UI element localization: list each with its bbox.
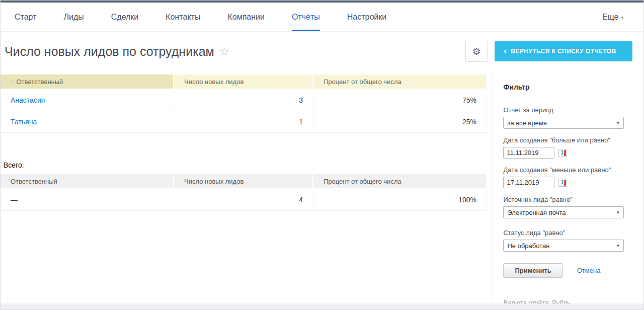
tab-companies[interactable]: Компании bbox=[227, 3, 265, 31]
date-to-row: 1 bbox=[503, 177, 632, 188]
column-header-label: Ответственный bbox=[17, 78, 63, 86]
table-row: — 4 100% bbox=[1, 189, 487, 211]
back-button-label: ВЕРНУТЬСЯ К СПИСКУ ОТЧЕТОВ bbox=[511, 48, 616, 55]
body-split: ↑Ответственный Число новых лидов Процент… bbox=[1, 71, 643, 304]
period-select[interactable]: за все время ▼ bbox=[503, 117, 624, 129]
filter-actions: Применить Отмена bbox=[503, 263, 632, 278]
calendar-icon-day: 1 bbox=[560, 180, 564, 185]
lead-source-label: Источник лида "равно" bbox=[503, 196, 632, 203]
calendar-icon-stripe bbox=[564, 180, 566, 186]
lead-status-label: Статус лида "равно" bbox=[503, 229, 632, 237]
percent-cell: 25% bbox=[313, 111, 487, 133]
total-table: Ответственный Число новых лидов Процент … bbox=[1, 174, 487, 211]
calendar-icon-day: 1 bbox=[560, 150, 564, 156]
responsible-link[interactable]: Татьяна bbox=[11, 118, 37, 126]
lead-source-select-value: Электронная почта bbox=[507, 209, 566, 216]
column-header-responsible[interactable]: ↑Ответственный bbox=[1, 74, 174, 90]
bottom-strip bbox=[1, 303, 643, 309]
percent-cell: 75% bbox=[313, 90, 487, 111]
select-arrow-icon: ▼ bbox=[616, 244, 620, 248]
tab-reports[interactable]: Отчёты bbox=[292, 3, 320, 31]
cancel-link[interactable]: Отмена bbox=[577, 267, 601, 274]
tab-start[interactable]: Старт bbox=[15, 3, 36, 31]
column-header-percent: Процент от общего числа bbox=[313, 174, 487, 189]
column-header-responsible: Ответственный bbox=[1, 174, 174, 189]
responsible-cell: Анастасия bbox=[1, 90, 174, 111]
calendar-icon[interactable]: 1 bbox=[558, 149, 567, 157]
main-nav: Старт Лиды Сделки Контакты Компании Отчё… bbox=[1, 3, 643, 32]
favorite-star-icon[interactable]: ☆ bbox=[219, 45, 230, 58]
caret-down-icon: ▾ bbox=[621, 14, 623, 20]
nav-more-menu[interactable]: Еще ▾ bbox=[602, 3, 623, 31]
page-header: Число новых лидов по сотрудникам ☆ ⚙ ‹ В… bbox=[1, 32, 643, 71]
table-header-row: ↑Ответственный Число новых лидов Процент… bbox=[1, 74, 487, 90]
lead-count-cell: 1 bbox=[174, 111, 313, 133]
date-to-label: Дата создания "меньше или равно" bbox=[503, 166, 632, 174]
date-to-input[interactable] bbox=[503, 177, 554, 188]
responsible-cell: Татьяна bbox=[1, 111, 174, 133]
column-header-lead-count[interactable]: Число новых лидов bbox=[174, 74, 313, 90]
settings-gear-button[interactable]: ⚙ bbox=[465, 41, 488, 62]
report-content: ↑Ответственный Число новых лидов Процент… bbox=[1, 71, 492, 304]
select-arrow-icon: ▼ bbox=[616, 121, 620, 125]
table-row: Татьяна 1 25% bbox=[1, 111, 487, 133]
filter-title: Фильтр bbox=[503, 83, 632, 91]
lead-source-select[interactable]: Электронная почта ▼ bbox=[503, 206, 624, 218]
tab-contacts[interactable]: Контакты bbox=[166, 3, 200, 31]
responsible-cell: — bbox=[1, 189, 174, 211]
gear-icon: ⚙ bbox=[472, 46, 480, 57]
tab-leads[interactable]: Лиды bbox=[63, 3, 84, 31]
calendar-icon[interactable]: 1 bbox=[558, 179, 567, 187]
date-from-input[interactable] bbox=[503, 147, 554, 159]
table-header-row: Ответственный Число новых лидов Процент … bbox=[1, 174, 487, 189]
lead-count-cell: 4 bbox=[174, 189, 313, 211]
calendar-icon-stripe bbox=[564, 150, 566, 156]
period-select-value: за все время bbox=[507, 119, 546, 127]
page-title: Число новых лидов по сотрудникам bbox=[5, 44, 214, 59]
lead-count-cell: 3 bbox=[174, 90, 313, 111]
apply-button[interactable]: Применить bbox=[503, 263, 562, 278]
sort-asc-icon: ↑ bbox=[11, 79, 14, 85]
date-from-label: Дата создания "больше или равно" bbox=[503, 136, 632, 144]
nav-more-label: Еще bbox=[602, 13, 619, 22]
select-arrow-icon: ▼ bbox=[616, 210, 620, 215]
date-from-row: 1 bbox=[503, 147, 632, 159]
report-table: ↑Ответственный Число новых лидов Процент… bbox=[1, 74, 487, 133]
chevron-left-icon: ‹ bbox=[504, 45, 507, 56]
lead-status-select-value: Не обработан bbox=[507, 242, 549, 250]
back-to-reports-button[interactable]: ‹ ВЕРНУТЬСЯ К СПИСКУ ОТЧЕТОВ bbox=[495, 41, 632, 61]
percent-cell: 100% bbox=[313, 189, 487, 211]
filter-panel: Фильтр Отчет за период за все время ▼ Да… bbox=[492, 71, 643, 304]
crm-report-page: Старт Лиды Сделки Контакты Компании Отчё… bbox=[0, 0, 644, 310]
table-row: Анастасия 3 75% bbox=[1, 90, 487, 111]
lead-status-select[interactable]: Не обработан ▼ bbox=[503, 240, 624, 252]
column-header-lead-count: Число новых лидов bbox=[174, 174, 313, 189]
total-label: Всего: bbox=[4, 161, 492, 169]
header-actions: ⚙ ‹ ВЕРНУТЬСЯ К СПИСКУ ОТЧЕТОВ bbox=[465, 41, 632, 62]
tab-deals[interactable]: Сделки bbox=[111, 3, 139, 31]
column-header-percent[interactable]: Процент от общего числа bbox=[313, 74, 487, 90]
responsible-link[interactable]: Анастасия bbox=[11, 96, 45, 104]
tab-settings[interactable]: Настройки bbox=[347, 3, 386, 31]
period-label: Отчет за период bbox=[503, 106, 632, 114]
